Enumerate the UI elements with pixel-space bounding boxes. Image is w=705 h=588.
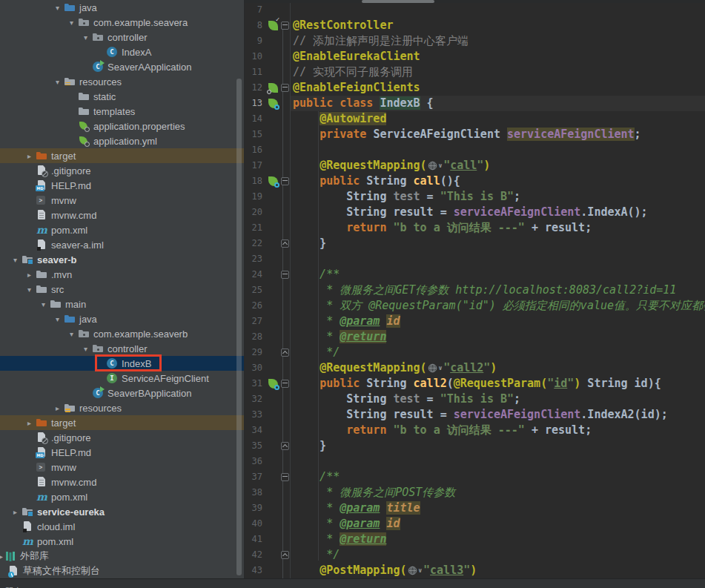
tree-item-外部库[interactable]: ▸外部库 [0, 549, 244, 564]
code-line-19[interactable]: 19 String test = "This is B"; [245, 189, 705, 205]
code-line-22[interactable]: 22 } [245, 236, 705, 251]
code-text-area[interactable]: @RestController [290, 18, 705, 33]
code-text-area[interactable]: String result = serviceAFeignClient.Inde… [290, 205, 705, 220]
code-line-11[interactable]: 11// 实现不同子服务调用 [245, 65, 705, 80]
code-line-15[interactable]: 15 private ServiceAFeignClient serviceAF… [245, 127, 705, 142]
line-number[interactable]: 20 [245, 205, 266, 220]
spring-bean-icon[interactable] [268, 99, 278, 108]
fold-end-marker[interactable] [281, 240, 289, 248]
tree-item-service-eureka[interactable]: ▸service-eureka [0, 504, 244, 519]
tree-item-src[interactable]: ▾src [0, 282, 244, 297]
code-line-30[interactable]: 30 @RequestMapping(∨"call2") [245, 360, 705, 376]
line-number[interactable]: 14 [245, 111, 266, 127]
code-text-area[interactable]: @EnableFeignClients [290, 80, 705, 96]
line-number[interactable]: 25 [245, 283, 266, 298]
tree-item-static[interactable]: static [0, 89, 244, 104]
chevron-expanded-icon[interactable]: ▾ [79, 33, 92, 42]
code-line-28[interactable]: 28 * @return [245, 329, 705, 345]
line-number[interactable]: 15 [245, 127, 266, 142]
code-line-42[interactable]: 42 */ [245, 547, 705, 563]
chevron-collapsed-icon[interactable]: ▸ [23, 152, 36, 160]
code-text-area[interactable]: return "b to a 访问结果 ---" + result; [290, 423, 705, 438]
code-text-area[interactable]: @Autowired [290, 111, 705, 127]
chevron-expanded-icon[interactable]: ▾ [9, 256, 21, 264]
tree-item-.gitignore[interactable]: .gitignore [0, 163, 244, 178]
code-text-area[interactable]: @RequestMapping(∨"call") [290, 158, 705, 174]
chevron-collapsed-icon[interactable]: ▸ [9, 508, 21, 516]
code-line-37[interactable]: 37 /** [245, 469, 705, 485]
code-text-area[interactable] [290, 454, 705, 469]
tree-item-mvnw.cmd[interactable]: mvnw.cmd [0, 208, 244, 222]
line-number[interactable]: 32 [245, 392, 266, 407]
tree-item-SeaverAApplication[interactable]: CSeaverAApplication [0, 59, 244, 74]
line-number[interactable]: 12 [245, 80, 266, 96]
line-number[interactable]: 35 [245, 438, 266, 454]
tree-item-mvnw.cmd[interactable]: mvnw.cmd [0, 475, 244, 489]
code-line-7[interactable]: 7 [245, 2, 705, 18]
tree-item-mvnw[interactable]: >mvnw [0, 460, 244, 475]
code-text-area[interactable]: String test = "This is B"; [290, 189, 705, 205]
line-number[interactable]: 33 [245, 407, 266, 423]
code-text-area[interactable]: return "b to a 访问结果 ---" + result; [290, 220, 705, 236]
line-number[interactable]: 28 [245, 329, 266, 345]
url-mapping-icon[interactable]: ∨ [408, 563, 423, 578]
code-line-27[interactable]: 27 * @param id [245, 314, 705, 329]
tree-item-seaver-b[interactable]: ▾seaver-b [0, 252, 244, 267]
fold-start-marker[interactable] [281, 473, 289, 481]
line-number[interactable]: 37 [245, 469, 266, 485]
line-number[interactable]: 19 [245, 189, 266, 205]
tree-item-target[interactable]: ▸target [0, 148, 244, 163]
fold-end-marker[interactable] [281, 348, 289, 357]
code-text-area[interactable]: public class IndexB { [290, 96, 705, 111]
tree-scrollbar-thumb[interactable] [236, 79, 242, 575]
code-line-41[interactable]: 41 * @return [245, 532, 705, 547]
code-text-area[interactable]: * @param id [290, 516, 705, 532]
code-text-area[interactable]: } [290, 236, 705, 251]
code-text-area[interactable]: // 添加注解声明是注册中心客户端 [290, 33, 705, 49]
code-text-area[interactable]: */ [290, 547, 705, 563]
tree-item-HELP.md[interactable]: MDHELP.md [0, 445, 244, 460]
chevron-collapsed-icon[interactable]: ▸ [23, 271, 36, 279]
code-text-area[interactable]: public String call2(@RequestParam("id") … [290, 376, 705, 392]
url-mapping-icon[interactable]: ∨ [428, 158, 443, 174]
code-text-area[interactable] [290, 2, 705, 18]
tree-item-cloud.iml[interactable]: cloud.iml [0, 519, 244, 534]
chevron-expanded-icon[interactable]: ▾ [65, 330, 78, 338]
code-line-39[interactable]: 39 * @param title [245, 501, 705, 516]
code-line-24[interactable]: 24 /** [245, 267, 705, 283]
line-number[interactable]: 38 [245, 485, 266, 501]
code-text-area[interactable]: public String call(){ [290, 174, 705, 189]
code-text-area[interactable]: String test = "This is B"; [290, 392, 705, 407]
chevron-expanded-icon[interactable]: ▾ [23, 285, 36, 294]
tree-item-ServiceAFeignClient[interactable]: IServiceAFeignClient [0, 371, 244, 386]
code-text-area[interactable]: @RequestMapping(∨"call2") [290, 360, 705, 376]
tree-item-草稿文件和控制台[interactable]: 草稿文件和控制台 [0, 564, 244, 578]
code-text-area[interactable]: * @return [290, 329, 705, 345]
tree-item-java[interactable]: ▾java [0, 0, 244, 15]
tree-item-resources[interactable]: ▾resources [0, 74, 244, 89]
line-number[interactable]: 21 [245, 220, 266, 236]
line-number[interactable]: 16 [245, 142, 266, 158]
url-mapping-icon[interactable]: ∨ [428, 360, 443, 376]
tool-window-tab-services[interactable]: 服务 [4, 585, 24, 588]
line-number[interactable]: 13 [245, 96, 266, 111]
tree-item-templates[interactable]: templates [0, 104, 244, 119]
spring-bean-icon[interactable] [268, 176, 278, 186]
tree-item-target[interactable]: ▸target [0, 415, 244, 430]
line-number[interactable]: 31 [245, 376, 266, 392]
tree-item-seaver-a.iml[interactable]: seaver-a.iml [0, 237, 244, 252]
tree-item-application.yml[interactable]: application.yml [0, 133, 244, 148]
code-text-area[interactable]: * @param title [290, 501, 705, 516]
code-line-31[interactable]: 31 public String call2(@RequestParam("id… [245, 376, 705, 392]
code-text-area[interactable]: String result = serviceAFeignClient.Inde… [290, 407, 705, 423]
code-line-14[interactable]: 14 @Autowired [245, 111, 705, 127]
code-line-18[interactable]: 18 public String call(){ [245, 174, 705, 189]
code-line-26[interactable]: 26 * 双方 @RequestParam("id") 必须指定相同的value… [245, 298, 705, 314]
code-text-area[interactable]: * 双方 @RequestParam("id") 必须指定相同的value值。只… [290, 298, 705, 314]
code-line-16[interactable]: 16 [245, 142, 705, 158]
code-line-8[interactable]: 8@RestController [245, 18, 705, 33]
fold-start-marker[interactable] [281, 84, 289, 92]
line-number[interactable]: 43 [245, 563, 266, 578]
fold-start-marker[interactable] [281, 177, 289, 185]
line-number[interactable]: 17 [245, 158, 266, 174]
